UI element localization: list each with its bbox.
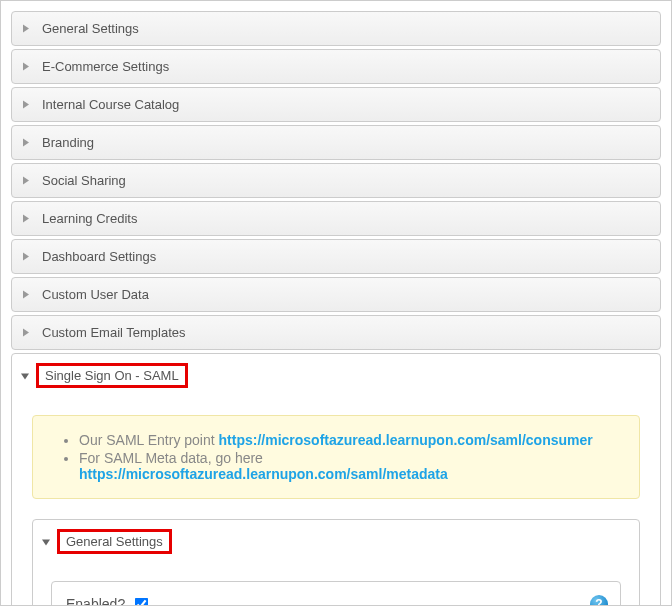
accordion-item-internal-course-catalog[interactable]: Internal Course Catalog (11, 87, 661, 122)
inner-accordion-general-settings: General Settings Enabled? ? Version (32, 519, 640, 606)
accordion-label: Custom Email Templates (42, 325, 186, 340)
svg-marker-2 (23, 100, 29, 108)
accordion-item-social-sharing[interactable]: Social Sharing (11, 163, 661, 198)
chevron-right-icon (22, 325, 30, 340)
inner-body: Enabled? ? Version 2.0 ? (33, 563, 639, 606)
inner-accordion-header[interactable]: General Settings (33, 520, 639, 563)
saml-metadata-link[interactable]: https://microsoftazuread.learnupon.com/s… (79, 466, 448, 482)
chevron-right-icon (22, 21, 30, 36)
svg-marker-1 (23, 62, 29, 70)
svg-marker-6 (23, 252, 29, 260)
highlight-annotation: Single Sign On - SAML (36, 363, 188, 388)
accordion-item-custom-email-templates[interactable]: Custom Email Templates (11, 315, 661, 350)
accordion-label: Custom User Data (42, 287, 149, 302)
accordion-label: Dashboard Settings (42, 249, 156, 264)
chevron-down-icon (41, 534, 51, 549)
chevron-right-icon (22, 211, 30, 226)
note-line-entry-point: Our SAML Entry point https://microsoftaz… (79, 432, 623, 448)
accordion-item-dashboard-settings[interactable]: Dashboard Settings (11, 239, 661, 274)
chevron-right-icon (22, 97, 30, 112)
enabled-checkbox[interactable] (135, 597, 149, 606)
accordion-label: Learning Credits (42, 211, 137, 226)
accordion-label: Branding (42, 135, 94, 150)
accordion-item-sso-saml: Single Sign On - SAML Our SAML Entry poi… (11, 353, 661, 606)
highlight-annotation: General Settings (57, 529, 172, 554)
note-text: For SAML Meta data, go here (79, 450, 263, 466)
inner-accordion: General Settings Enabled? ? Version (32, 519, 640, 606)
chevron-right-icon (22, 249, 30, 264)
accordion-label: Single Sign On - SAML (45, 368, 179, 383)
svg-marker-8 (23, 328, 29, 336)
chevron-down-icon (20, 368, 30, 383)
accordion-label: Social Sharing (42, 173, 126, 188)
accordion-item-ecommerce-settings[interactable]: E-Commerce Settings (11, 49, 661, 84)
accordion-item-general-settings[interactable]: General Settings (11, 11, 661, 46)
chevron-right-icon (22, 59, 30, 74)
field-label-enabled: Enabled? (66, 596, 125, 606)
note-text: Our SAML Entry point (79, 432, 219, 448)
inner-accordion-label: General Settings (66, 534, 163, 549)
chevron-right-icon (22, 135, 30, 150)
svg-marker-5 (23, 214, 29, 222)
chevron-right-icon (22, 173, 30, 188)
settings-accordion: General Settings E-Commerce Settings Int… (5, 5, 667, 606)
svg-marker-4 (23, 176, 29, 184)
accordion-label: E-Commerce Settings (42, 59, 169, 74)
svg-marker-9 (21, 373, 29, 379)
help-icon[interactable]: ? (590, 595, 608, 606)
accordion-label: Internal Course Catalog (42, 97, 179, 112)
accordion-item-branding[interactable]: Branding (11, 125, 661, 160)
saml-consumer-link[interactable]: https://microsoftazuread.learnupon.com/s… (219, 432, 593, 448)
saml-info-note: Our SAML Entry point https://microsoftaz… (32, 415, 640, 499)
accordion-item-learning-credits[interactable]: Learning Credits (11, 201, 661, 236)
sso-saml-body: Our SAML Entry point https://microsoftaz… (12, 397, 660, 606)
svg-marker-7 (23, 290, 29, 298)
accordion-label: General Settings (42, 21, 139, 36)
svg-marker-10 (42, 539, 50, 545)
svg-marker-3 (23, 138, 29, 146)
svg-marker-0 (23, 24, 29, 32)
chevron-right-icon (22, 287, 30, 302)
note-line-metadata: For SAML Meta data, go here https://micr… (79, 450, 623, 482)
field-row-enabled: Enabled? ? (51, 581, 621, 606)
accordion-header-sso-saml[interactable]: Single Sign On - SAML (12, 354, 660, 397)
accordion-item-custom-user-data[interactable]: Custom User Data (11, 277, 661, 312)
